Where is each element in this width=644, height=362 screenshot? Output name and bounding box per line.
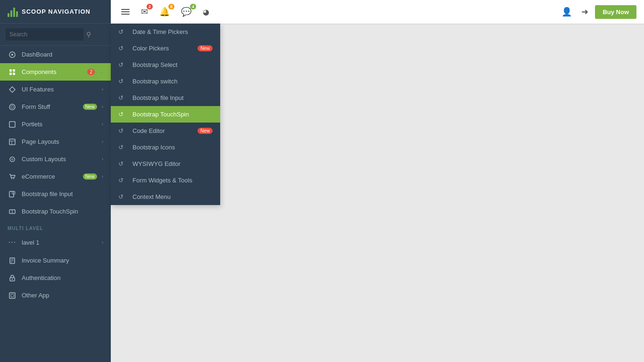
page-layouts-icon (8, 139, 17, 145)
svg-point-14 (11, 178, 12, 179)
hamburger-menu-button[interactable] (118, 7, 132, 16)
dropdown-item-icon: ↺ (118, 177, 128, 184)
sidebar-item-label: Bootstrap TouchSpin (22, 208, 103, 215)
svg-point-15 (13, 178, 14, 179)
dropdown-item-icon: ↺ (118, 94, 128, 101)
logout-button[interactable]: ➜ (578, 5, 591, 19)
svg-rect-27 (11, 294, 14, 297)
dropdown-item-label: Color Pickers (132, 45, 194, 52)
section-label-multi-level: MULTI LAVEL (0, 220, 111, 233)
form-stuff-badge: New (83, 104, 97, 110)
sidebar-item-label: Other App (22, 292, 103, 299)
portlets-icon (8, 121, 17, 128)
dropdown-item-icon: ↺ (118, 144, 128, 151)
sidebar-item-components[interactable]: Components 2 ⌄ (0, 63, 111, 81)
sidebar-item-bootstrap-touchspin[interactable]: Bootstrap TouchSpin (0, 203, 111, 220)
sidebar-item-label: UI Features (22, 86, 100, 93)
dropdown-item-label: Bootstrap switch (132, 78, 213, 85)
ecommerce-icon (8, 173, 17, 180)
sidebar-item-other-app[interactable]: Other App (0, 287, 111, 304)
dropdown-item-form-widgets-tools[interactable]: ↺ Form Widgets & Tools (111, 172, 220, 189)
dropdown-item-date-time-pickers[interactable]: ↺ Date & Time Pickers (111, 24, 220, 40)
chat-badge: 4 (190, 4, 196, 9)
svg-point-1 (11, 54, 13, 56)
sidebar-item-label: lavel 1 (22, 239, 100, 246)
dropdown-item-icon: ↺ (118, 160, 128, 167)
svg-rect-9 (9, 122, 15, 127)
email-button[interactable]: ✉ 2 (138, 5, 151, 19)
search-box: ⚲ (0, 24, 111, 46)
dropdown-item-icon: ↺ (118, 61, 128, 68)
ui-features-arrow: › (102, 87, 103, 92)
dropdown-item-label: Bootstrap Select (132, 61, 213, 68)
sidebar-item-label: Authentication (22, 274, 103, 281)
dropdown-item-label: Code Editor (132, 127, 194, 134)
sidebar-item-label: Portlets (22, 121, 100, 128)
dashboard-icon (8, 51, 17, 58)
user-profile-button[interactable]: 👤 (559, 5, 575, 19)
svg-rect-10 (9, 139, 15, 145)
components-badge: 2 (87, 69, 95, 75)
sidebar-item-invoice-summary[interactable]: Invoice Summary (0, 252, 111, 269)
dropdown-item-bootstrap-icons[interactable]: ↺ Bootstrap Icons (111, 139, 220, 156)
ui-features-icon (8, 86, 17, 93)
topbar-left: ✉ 2 🔔 8 💬 4 ◕ (118, 5, 559, 19)
hamburger-icon (121, 9, 130, 15)
dropdown-item-icon: ↺ (118, 111, 128, 118)
dropdown-item-label: Date & Time Pickers (132, 28, 213, 35)
dropdown-item-icon: ↺ (118, 127, 128, 134)
sidebar-item-portlets[interactable]: Portlets › (0, 115, 111, 133)
notifications-badge: 8 (168, 4, 174, 9)
dropdown-item-wysiwyg-editor[interactable]: ↺ WYSIWYG Editor (111, 156, 220, 172)
sidebar-item-ecommerce[interactable]: eCommerce New › (0, 168, 111, 185)
ecommerce-arrow: › (102, 174, 103, 179)
sidebar-item-dashboard[interactable]: DashBoard (0, 46, 111, 63)
svg-rect-2 (9, 69, 12, 72)
chat-button[interactable]: 💬 4 (178, 5, 194, 19)
sidebar-item-label: eCommerce (22, 173, 83, 180)
portlets-arrow: › (102, 122, 103, 127)
custom-layouts-arrow: › (102, 156, 103, 162)
dropdown-item-label: Bootstrap TouchSpin (132, 111, 213, 118)
sidebar-item-custom-layouts[interactable]: Custom Layouts › (0, 150, 111, 168)
sidebar-item-page-layouts[interactable]: Page Layouts › (0, 133, 111, 150)
authentication-icon (8, 275, 17, 281)
invoice-summary-icon (8, 257, 17, 264)
dropdown-item-bootstrap-touchspin[interactable]: ↺ Bootstrap TouchSpin (111, 106, 220, 123)
sidebar-header: SCOOP NAVIGATION (0, 0, 111, 24)
sidebar: SCOOP NAVIGATION ⚲ DashBoard (0, 0, 111, 362)
sidebar-item-label: Bootstrap file Input (22, 190, 103, 197)
dropdown-item-bootstrap-select[interactable]: ↺ Bootstrap Select (111, 57, 220, 73)
email-badge: 2 (147, 4, 153, 9)
dropdown-item-color-pickers[interactable]: ↺ Color Pickers New (111, 40, 220, 57)
topbar: ✉ 2 🔔 8 💬 4 ◕ 👤 ➜ Buy Now (111, 0, 644, 24)
dropdown-item-code-editor[interactable]: ↺ Code Editor New (111, 123, 220, 139)
svg-marker-6 (9, 87, 15, 92)
logo-bars-icon (8, 7, 18, 17)
sidebar-item-ui-features[interactable]: UI Features › (0, 81, 111, 98)
dropdown-item-label: Context Menu (132, 193, 213, 200)
dropdown-item-icon: ↺ (118, 193, 128, 200)
components-arrow: ⌄ (99, 69, 103, 74)
dropdown-item-bootstrap-switch[interactable]: ↺ Bootstrap switch (111, 73, 220, 90)
search-input[interactable] (6, 28, 83, 41)
lavel-1-icon: ··· (8, 238, 17, 247)
svg-rect-3 (13, 69, 15, 72)
other-app-icon (8, 292, 17, 299)
buy-now-button[interactable]: Buy Now (595, 5, 636, 19)
notifications-button[interactable]: 🔔 8 (157, 5, 173, 19)
dropdown-item-bootstrap-file-input[interactable]: ↺ Bootstrap file Input (111, 90, 220, 106)
sidebar-item-form-stuff[interactable]: Form Stuff New › (0, 98, 111, 115)
dropdown-item-context-menu[interactable]: ↺ Context Menu (111, 189, 220, 205)
rss-button[interactable]: ◕ (200, 6, 212, 18)
sidebar-item-label: Custom Layouts (22, 156, 100, 163)
sidebar-item-label: DashBoard (22, 51, 103, 58)
search-button[interactable]: ⚲ (83, 29, 94, 40)
sidebar-item-lavel-1[interactable]: ··· lavel 1 › (0, 233, 111, 252)
lavel-1-arrow: › (102, 240, 103, 245)
sidebar-item-authentication[interactable]: Authentication (0, 269, 111, 287)
sidebar-item-bootstrap-file-input[interactable]: Bootstrap file Input (0, 185, 111, 203)
components-icon (8, 69, 17, 75)
code-editor-badge: New (198, 128, 213, 134)
ecommerce-badge: New (83, 173, 97, 180)
